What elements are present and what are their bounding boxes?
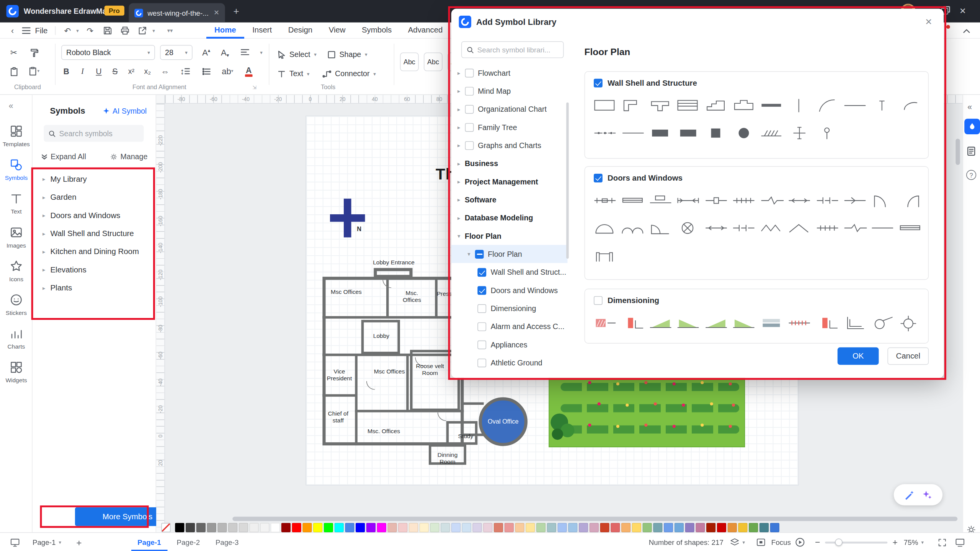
text-tool[interactable]: Text▾ — [278, 65, 309, 82]
tree-item[interactable]: Alarm and Access C... — [451, 317, 568, 335]
color-swatch[interactable] — [590, 523, 599, 532]
color-swatch[interactable] — [324, 523, 333, 532]
color-swatch[interactable] — [356, 523, 365, 532]
fit-to-window-icon[interactable] — [938, 533, 947, 551]
color-swatch[interactable] — [334, 523, 343, 532]
color-swatch[interactable] — [515, 523, 524, 532]
tree-item[interactable]: ▸Flowchart — [451, 64, 568, 82]
color-swatch[interactable] — [249, 523, 258, 532]
pillar-circle-symbol[interactable] — [730, 123, 758, 143]
zoom-in-button[interactable]: + — [892, 533, 897, 551]
library-item[interactable]: ▸Doors and Windows — [33, 206, 156, 224]
dim-arrows-symbol[interactable] — [702, 218, 730, 238]
library-item[interactable]: ▸Wall Shell and Structure — [33, 224, 156, 242]
sidebar-item-text[interactable]: Text — [0, 186, 33, 220]
letter-spacing-icon[interactable]: ⇔ — [157, 64, 172, 79]
dim-compass-cross-symbol[interactable] — [897, 313, 924, 333]
checkbox-checked[interactable] — [594, 174, 603, 183]
color-swatch[interactable] — [420, 523, 429, 532]
close-tab-icon[interactable]: ✕ — [214, 9, 219, 17]
color-swatch[interactable] — [313, 523, 322, 532]
color-swatch[interactable] — [717, 523, 726, 532]
checkbox-checked[interactable] — [594, 79, 603, 88]
tree-item[interactable]: ▸Software — [451, 191, 568, 209]
color-swatch[interactable] — [281, 523, 291, 532]
door-arch-double-symbol[interactable] — [619, 218, 647, 238]
color-swatch[interactable] — [685, 523, 694, 532]
color-swatch[interactable] — [621, 523, 630, 532]
dim-slope-green-rev-symbol[interactable] — [730, 313, 758, 333]
expand-all-button[interactable]: Expand All — [41, 152, 86, 161]
shape-tool[interactable]: Shape▾ — [328, 46, 368, 62]
checkbox-partial[interactable] — [475, 249, 483, 258]
wall-dash-dots-symbol[interactable] — [591, 123, 619, 143]
fullscreen-icon[interactable] — [955, 533, 965, 551]
expand-arrow-icon[interactable]: ▸ — [457, 160, 460, 166]
window-dim-symbol[interactable] — [675, 191, 702, 210]
tree-item[interactable]: Doors and Windows — [451, 281, 568, 299]
window-label-symbol[interactable] — [647, 191, 675, 210]
checkbox-empty[interactable] — [465, 86, 474, 95]
library-item[interactable]: ▸Garden — [33, 188, 156, 206]
window-zigzag-symbol[interactable] — [758, 218, 786, 238]
checkbox-empty[interactable] — [477, 340, 486, 349]
window-plain-symbol[interactable] — [619, 191, 647, 210]
font-family-select[interactable]: Roboto Black▾ — [61, 45, 155, 60]
expand-arrow-icon[interactable]: ▸ — [457, 70, 460, 76]
collapse-ribbon-icon[interactable] — [960, 25, 973, 36]
expand-arrow-icon[interactable]: ▸ — [42, 176, 45, 182]
expand-arrow-icon[interactable]: ▾ — [457, 233, 460, 239]
wall-lined-symbol[interactable] — [675, 96, 702, 116]
library-item[interactable]: ▸My Library — [33, 170, 156, 188]
wall-hline-symbol[interactable] — [619, 123, 647, 143]
expand-arrow-icon[interactable]: ▸ — [457, 215, 460, 221]
wall-hatch-symbol[interactable] — [758, 123, 786, 143]
window-segments-symbol[interactable] — [730, 218, 758, 238]
page-tab-page-1[interactable]: Page-1 — [131, 533, 167, 551]
color-swatch[interactable] — [292, 523, 301, 532]
hamburger-menu-icon[interactable] — [20, 25, 33, 36]
sidebar-item-stickers[interactable]: Stickers — [0, 287, 33, 321]
print-icon[interactable] — [119, 25, 131, 36]
sidebar-item-images[interactable]: Images — [0, 220, 33, 254]
color-swatch[interactable] — [749, 523, 758, 532]
superscript-button[interactable]: x² — [124, 64, 139, 79]
ok-button[interactable]: OK — [838, 347, 879, 365]
window-hline-symbol[interactable] — [869, 218, 897, 238]
door-frame-symbol[interactable] — [591, 246, 619, 266]
fit-page-icon[interactable] — [756, 533, 766, 551]
export-icon[interactable] — [136, 25, 149, 36]
color-swatch[interactable] — [770, 523, 779, 532]
format-panel-button[interactable] — [964, 119, 980, 134]
save-icon[interactable] — [101, 25, 114, 36]
wall-steps-symbol[interactable] — [702, 96, 730, 116]
page-selector[interactable]: Page-1▾ — [33, 533, 61, 551]
tree-scrollbar[interactable] — [566, 103, 569, 259]
dialog-close-icon[interactable]: ✕ — [925, 17, 932, 27]
dim-slope-green-symbol[interactable] — [647, 313, 675, 333]
undo-dropdown-icon[interactable]: ▾ — [71, 25, 84, 36]
layers-icon[interactable]: ▾ — [730, 533, 745, 551]
color-swatch[interactable] — [579, 523, 588, 532]
window-plain-symbol[interactable] — [897, 218, 924, 238]
door-swing-right-symbol[interactable] — [897, 191, 924, 210]
wall-tab-symbol[interactable] — [730, 96, 758, 116]
tree-item[interactable]: Wall Shell and Struct... — [451, 263, 568, 281]
change-case-button[interactable]: ab▾ — [217, 64, 237, 79]
wall-arc-small-symbol[interactable] — [897, 96, 924, 116]
color-swatch[interactable] — [345, 523, 354, 532]
color-swatch[interactable] — [441, 523, 450, 532]
italic-button[interactable]: I — [75, 64, 90, 79]
color-swatch[interactable] — [727, 523, 737, 532]
menu-tab-view[interactable]: View — [320, 23, 353, 39]
connector-tool[interactable]: Connector▾ — [322, 65, 376, 82]
color-swatch[interactable] — [760, 523, 769, 532]
color-swatch[interactable] — [675, 523, 684, 532]
tree-item[interactable]: ▸Business — [451, 154, 568, 172]
align-icon[interactable] — [237, 45, 252, 60]
symbol-search-input[interactable] — [59, 129, 139, 138]
door-swing-wall-symbol[interactable] — [647, 218, 675, 238]
tree-item[interactable]: ▸Family Tree — [451, 118, 568, 136]
color-swatch[interactable] — [483, 523, 492, 532]
door-swing-left-symbol[interactable] — [869, 191, 897, 210]
